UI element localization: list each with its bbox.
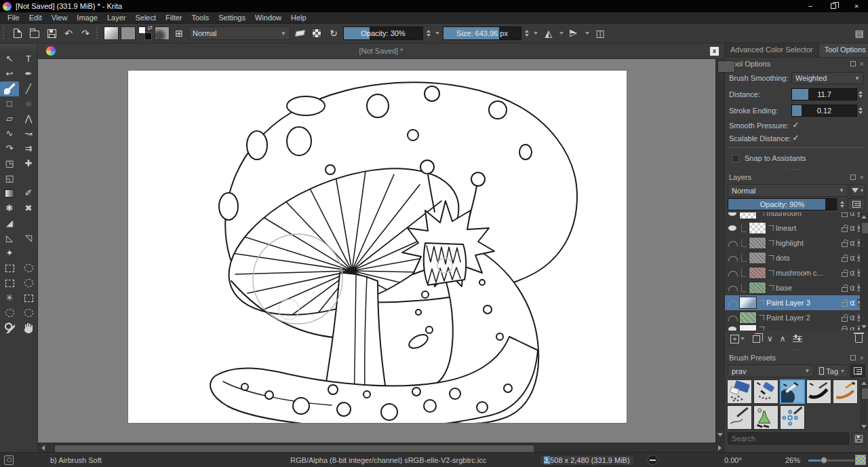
alpha-lock-icon[interactable]: α	[850, 212, 855, 218]
close-docker-icon[interactable]: ×	[860, 355, 864, 360]
toolbox-tool-button[interactable]	[0, 81, 19, 96]
layer-row[interactable]: lineart α	[725, 221, 868, 236]
toolbox-tool-button[interactable]: T	[19, 52, 38, 67]
menu-item[interactable]: File	[3, 13, 24, 22]
layer-row[interactable]: Paint Layer 3 α	[725, 295, 868, 310]
layer-row[interactable]: dots α	[725, 250, 868, 265]
visibility-eye-icon[interactable]	[728, 325, 737, 331]
visibility-eye-icon[interactable]	[728, 212, 737, 218]
brush-preset-tile[interactable]	[727, 379, 752, 404]
preset-grid-scrollbar[interactable]	[860, 379, 867, 430]
vertical-scrollbar[interactable]	[715, 59, 724, 443]
layer-name[interactable]: dots	[776, 254, 840, 262]
toolbox-tool-button[interactable]: ◳	[0, 156, 19, 171]
move-layer-down-button[interactable]: ∨	[767, 334, 773, 343]
lock-icon[interactable]	[842, 227, 848, 232]
dock-tab[interactable]: Advanced Color Selector	[725, 43, 819, 57]
float-docker-icon[interactable]	[850, 355, 856, 360]
lock-icon[interactable]	[842, 242, 848, 247]
save-preset-button[interactable]	[852, 432, 865, 445]
canvas-only-mode-button[interactable]	[855, 455, 866, 465]
zoom-slider[interactable]	[808, 460, 854, 462]
visibility-eye-icon[interactable]	[728, 238, 737, 248]
layer-row[interactable]: α	[725, 325, 868, 331]
layer-name[interactable]: mushroom c...	[776, 269, 840, 277]
swap-colors-icon[interactable]: ⇄	[147, 24, 153, 31]
toolbox-tool-button[interactable]: ✱	[0, 201, 19, 216]
menu-item[interactable]: Settings	[214, 13, 250, 22]
toolbox-tool-button[interactable]: ∿	[0, 126, 19, 141]
layer-name[interactable]: mushroom	[766, 212, 840, 217]
layer-blending-mode-dropdown[interactable]: Normal ▼	[728, 184, 848, 197]
document-close-button[interactable]: x	[710, 47, 719, 56]
menu-item[interactable]: Layer	[102, 13, 131, 22]
toolbox-tool-button[interactable]	[19, 305, 38, 320]
toolbox-tool-button[interactable]: □	[0, 96, 19, 111]
stroke-ending-slider[interactable]: 0.12	[791, 105, 857, 117]
preset-tag-filter-dropdown[interactable]: prav ▼	[728, 365, 814, 377]
alpha-lock-icon[interactable]: α	[850, 253, 855, 263]
alpha-lock-icon[interactable]: α	[850, 298, 855, 307]
lock-icon[interactable]	[842, 212, 848, 217]
layer-row[interactable]: base α	[725, 280, 868, 295]
canvas-rotation-icon[interactable]	[648, 455, 658, 465]
layer-thumbnail[interactable]	[749, 222, 766, 234]
blending-mode-dropdown[interactable]: Normal ▼	[189, 26, 290, 40]
layer-list-scrollbar[interactable]	[860, 212, 868, 331]
toolbox-tool-button[interactable]: ◱	[0, 171, 19, 186]
visibility-eye-icon[interactable]	[728, 283, 737, 293]
brush-smoothing-dropdown[interactable]: Weighted ▼	[791, 72, 864, 84]
image-dimensions[interactable]: 3,508 x 2,480 (331.9 MiB)	[539, 455, 635, 466]
visibility-eye-icon[interactable]	[728, 313, 737, 322]
zoom-slider-knob[interactable]	[821, 457, 827, 464]
pattern-chooser[interactable]	[121, 26, 136, 40]
mirror-horizontal-button[interactable]: ◭	[541, 26, 556, 41]
toolbox-tool-button[interactable]: ✐	[19, 186, 38, 201]
docker-splitter[interactable]: ·····	[725, 347, 868, 352]
float-docker-icon[interactable]	[850, 61, 856, 67]
vertical-scrollbar-thumb[interactable]	[717, 60, 735, 73]
horizontal-scrollbar[interactable]	[38, 443, 724, 452]
menu-item[interactable]: Filter	[161, 13, 186, 22]
toolbar-grip[interactable]	[3, 26, 7, 40]
canvas[interactable]	[128, 71, 627, 423]
visibility-eye-icon[interactable]	[728, 253, 737, 263]
layer-row[interactable]: highlight α	[725, 236, 868, 250]
visibility-eye-icon[interactable]	[728, 298, 737, 307]
toolbox-tool-button[interactable]: ○	[19, 96, 38, 111]
foreground-color-swatch[interactable]	[138, 26, 146, 34]
close-docker-icon[interactable]: ×	[860, 174, 864, 180]
save-button[interactable]	[44, 26, 59, 41]
layer-name[interactable]: Paint Layer 3	[766, 299, 840, 307]
add-layer-button[interactable]: +	[730, 335, 746, 343]
open-document-button[interactable]	[27, 26, 42, 41]
toolbox-tool-button[interactable]	[19, 261, 38, 276]
brush-preset-tile[interactable]	[780, 379, 805, 404]
toolbox-tool-button[interactable]	[19, 291, 38, 305]
scroll-down-arrow[interactable]	[716, 430, 724, 438]
toolbox-tool-button[interactable]	[0, 305, 19, 320]
toolbox-tool-button[interactable]: ✳	[0, 291, 19, 305]
toolbox-tool-button[interactable]: ⋀	[19, 111, 38, 126]
preset-view-mode-button[interactable]	[850, 365, 865, 377]
toolbox-tool-button[interactable]: ✦	[0, 246, 19, 261]
duplicate-layer-button[interactable]	[753, 335, 760, 343]
layer-row[interactable]: mushroom c... α	[725, 265, 868, 280]
canvas-viewport[interactable]	[38, 59, 715, 443]
scroll-up-arrow[interactable]	[860, 212, 868, 221]
menu-item[interactable]: Tools	[187, 13, 214, 22]
zoom-percentage[interactable]: 26%	[785, 456, 800, 464]
toolbox-tool-button[interactable]	[0, 186, 19, 201]
alpha-lock-icon[interactable]: α	[850, 313, 855, 322]
toolbox-tool-button[interactable]: ↷	[0, 141, 19, 156]
toolbox-tool-button[interactable]: ◢	[0, 216, 19, 231]
toolbox-tool-button[interactable]	[0, 276, 19, 291]
snap-to-assistants-checkbox[interactable]	[732, 155, 739, 162]
layer-name[interactable]: lineart	[776, 224, 840, 232]
layer-thumbnail[interactable]	[749, 267, 766, 279]
layer-thumbnail[interactable]	[749, 282, 766, 294]
opacity-spinner[interactable]	[425, 30, 432, 37]
alpha-lock-icon[interactable]: α	[850, 268, 855, 278]
layer-thumbnail[interactable]	[739, 325, 757, 331]
toolbox-tool-button[interactable]	[0, 320, 19, 335]
